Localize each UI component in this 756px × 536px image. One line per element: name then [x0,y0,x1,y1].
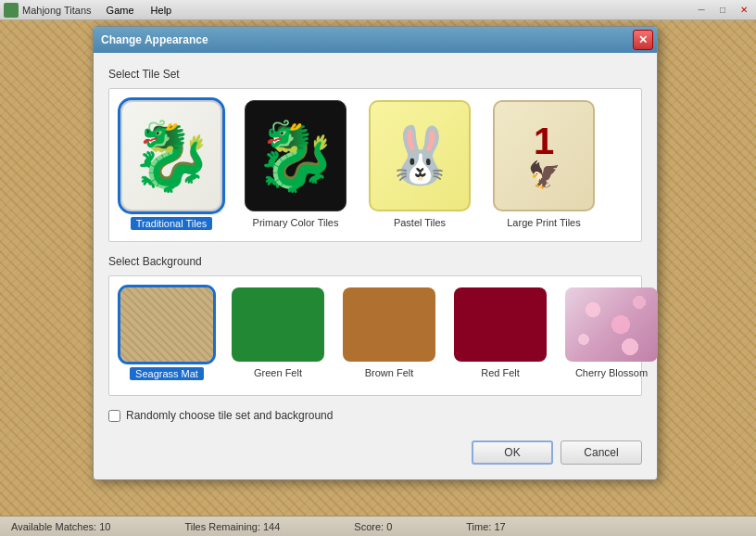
score: Score: 0 [354,521,392,532]
available-matches: Available Matches: 10 [11,521,110,532]
tile-label-traditional: Traditional Tiles [131,217,213,230]
random-checkbox[interactable] [108,410,120,422]
cancel-button[interactable]: Cancel [561,440,642,465]
bg-label-green-felt: Green Felt [254,367,302,378]
minimize-button[interactable]: ─ [691,2,712,19]
bg-label-cherry-blossom: Cherry Blossom [575,367,648,378]
tile-item-pastel[interactable]: 🐰 Pastel Tiles [369,100,471,228]
tile-label-pastel: Pastel Tiles [394,217,446,228]
bg-preview-seagrass [120,287,213,362]
app-titlebar: Mahjong Titans Game Help ─ □ ✕ [0,0,756,20]
bg-preview-cherry-blossom [565,287,658,362]
button-row: OK Cancel [108,437,642,465]
tile-item-traditional[interactable]: 🐉 Traditional Tiles [120,100,222,230]
tile-preview-large-print: 1 🦅 [493,100,595,211]
app-title: Mahjong Titans [22,5,92,16]
dialog-close-button[interactable]: ✕ [633,30,653,50]
bg-section-label: Select Background [108,255,642,268]
tile-preview-pastel: 🐰 [369,100,471,211]
ok-button[interactable]: OK [472,440,553,465]
bg-section: Seagrass Mat Green Felt Brown Felt Red F… [108,275,642,396]
tile-label-large-print: Large Print Tiles [507,217,580,228]
bunny-icon: 🐰 [385,128,455,184]
tile-item-large-print[interactable]: 1 🦅 Large Print Tiles [493,100,595,228]
bg-grid: Seagrass Mat Green Felt Brown Felt Red F… [120,287,630,380]
tile-section-label: Select Tile Set [108,68,642,81]
random-checkbox-row: Randomly choose tile set and background [108,409,642,422]
random-checkbox-label: Randomly choose tile set and background [126,409,333,422]
tile-set-grid: 🐉 Traditional Tiles 🐉 Primary Color Tile… [120,100,630,230]
bg-item-red-felt[interactable]: Red Felt [454,287,547,378]
tile-label-primary-color: Primary Color Tiles [253,217,339,228]
cherry-flowers-decoration [565,287,658,362]
bg-item-cherry-blossom[interactable]: Cherry Blossom [565,287,658,378]
bg-label-seagrass: Seagrass Mat [130,367,204,380]
time: Time: 17 [466,521,505,532]
dragon-primary-icon: 🐉 [254,122,337,189]
maximize-button[interactable]: □ [712,2,733,19]
bg-preview-red-felt [454,287,547,362]
dialog-content: Select Tile Set 🐉 Traditional Tiles 🐉 Pr… [94,53,657,479]
bg-item-green-felt[interactable]: Green Felt [232,287,324,378]
tile-preview-primary-color: 🐉 [245,100,346,211]
status-bar: Available Matches: 10 Tiles Remaining: 1… [0,516,756,536]
large-print-number: 1 [534,122,554,160]
change-appearance-dialog: Change Appearance ✕ Select Tile Set 🐉 Tr… [93,26,658,480]
bg-preview-brown-felt [343,287,435,362]
app-menu: Game Help [99,3,180,18]
large-print-content: 1 🦅 [528,122,561,190]
large-print-bird-icon: 🦅 [528,160,561,190]
tile-set-section: 🐉 Traditional Tiles 🐉 Primary Color Tile… [108,88,642,242]
tile-item-primary-color[interactable]: 🐉 Primary Color Tiles [245,100,346,228]
tiles-remaining: Tiles Remaining: 144 [184,521,280,532]
tile-preview-traditional: 🐉 [120,100,222,211]
window-controls: ─ □ ✕ [691,2,754,19]
bg-item-brown-felt[interactable]: Brown Felt [343,287,435,378]
bg-preview-green-felt [232,287,324,362]
bg-item-seagrass[interactable]: Seagrass Mat [120,287,213,380]
dialog-title: Change Appearance [101,33,208,46]
help-menu[interactable]: Help [144,3,180,18]
dialog-titlebar: Change Appearance ✕ [94,27,657,53]
dragon-traditional-icon: 🐉 [130,122,213,189]
bg-label-brown-felt: Brown Felt [365,367,414,378]
bg-label-red-felt: Red Felt [481,367,520,378]
game-menu[interactable]: Game [99,3,142,18]
close-button[interactable]: ✕ [734,2,754,19]
app-icon [4,3,19,18]
